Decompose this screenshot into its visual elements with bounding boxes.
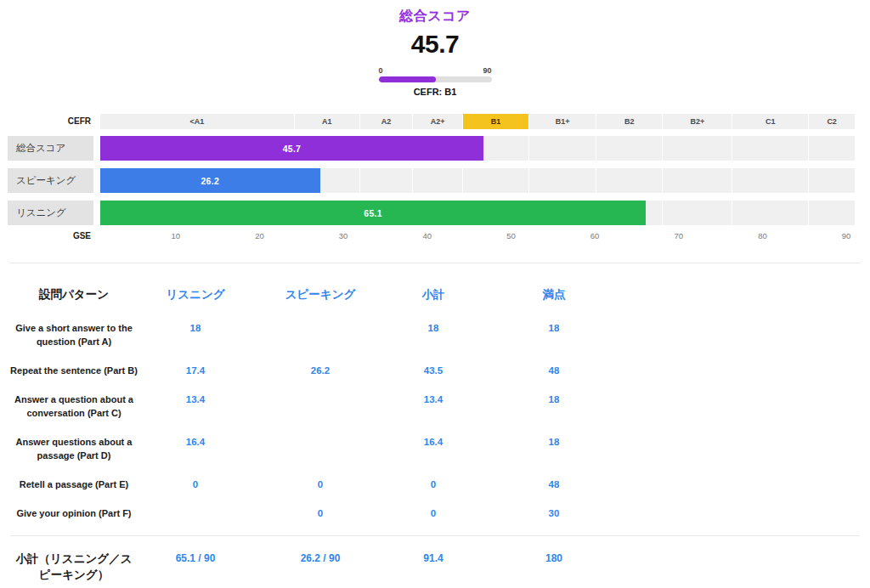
table-cell-max: 48: [466, 478, 642, 491]
table-row-label: Give a short answer to the question (Par…: [10, 321, 151, 348]
table-row-label: Repeat the sentence (Part B): [10, 364, 151, 377]
table-cell-listening: 0: [151, 478, 240, 491]
table-cell-speaking: 26.2: [240, 364, 401, 377]
table-footer-subtotal: 91.4: [401, 551, 466, 567]
score-bar-value: 45.7: [283, 144, 302, 154]
meter-fill: [379, 76, 437, 82]
gse-tick-90: 90: [842, 230, 851, 241]
table-cell-max: 18: [466, 321, 642, 335]
cefr-band-C1: [732, 168, 808, 193]
cefr-band-C1: C1: [732, 114, 808, 129]
table-header-3: 小計: [401, 287, 466, 302]
gse-tick-10: 10: [172, 230, 181, 241]
score-bar: 45.7: [100, 136, 483, 161]
score-row-track: 45.7: [100, 136, 855, 161]
cefr-band-B1plus: [529, 168, 596, 193]
cefr-band-B2: [596, 168, 662, 193]
table-cell-listening: 13.4: [151, 393, 240, 406]
cefr-band-B1plus: B1+: [529, 114, 596, 129]
cefr-band-B1: B1: [463, 114, 528, 129]
table-cell-listening: 18: [151, 321, 240, 335]
score-row-track: 26.2: [100, 168, 855, 193]
overall-score-meter: 0 90: [379, 66, 492, 82]
overall-score-value: 45.7: [0, 30, 870, 59]
score-bar-value: 65.1: [364, 208, 382, 218]
gse-axis-row: GSE 102030405060708090: [8, 230, 855, 241]
score-row: スピーキング26.2: [8, 168, 855, 193]
cefr-band-B2plus: B2+: [663, 114, 732, 129]
cefr-band-B2plus: [663, 201, 732, 225]
meter-max-label: 90: [483, 66, 491, 75]
gse-tick-50: 50: [506, 230, 516, 241]
table-cell-subtotal: 13.4: [401, 393, 466, 406]
table-header-2: スピーキング: [240, 287, 401, 302]
cefr-band-C2: [809, 201, 855, 225]
table-cell-subtotal: 43.5: [401, 364, 466, 377]
meter-track: [379, 76, 492, 82]
table-row: Answer questions about a passage (Part D…: [10, 435, 860, 462]
table-cell-max: 48: [466, 364, 642, 377]
table-row-label: Retell a passage (Part E): [10, 478, 151, 491]
cefr-band-B1: [463, 168, 528, 193]
gse-tick-20: 20: [255, 230, 264, 241]
cefr-axis-label: CEFR: [8, 114, 93, 129]
gse-axis-label: GSE: [8, 230, 93, 241]
table-cell-subtotal: 18: [401, 321, 466, 335]
section-divider: [10, 263, 860, 263]
page-title: 総合スコア: [0, 8, 870, 25]
cefr-band-ltA1: <A1: [100, 114, 294, 129]
gse-tick-30: 30: [339, 230, 348, 241]
table-header-4: 満点: [466, 287, 642, 302]
cefr-band-C2: [809, 136, 855, 161]
score-row-track: 65.1: [100, 201, 855, 225]
score-row-label: リスニング: [8, 201, 93, 225]
table-footer-divider: [10, 535, 860, 536]
score-bar: 26.2: [100, 168, 320, 193]
meter-min-label: 0: [379, 66, 383, 75]
score-row-label: スピーキング: [8, 168, 93, 193]
table-row: Give your opinion (Part F)0030: [10, 506, 860, 520]
table-cell-subtotal: 0: [401, 506, 466, 520]
table-header-pattern: 設問パターン: [10, 287, 151, 302]
table-row: Answer a question about a conversation (…: [10, 393, 860, 420]
table-row-label: Give your opinion (Part F): [10, 506, 151, 520]
table-footer-speaking: 26.2 / 90: [240, 551, 401, 567]
gse-tick-60: 60: [590, 230, 600, 241]
gse-axis-track: 102030405060708090: [100, 230, 855, 241]
table-footer-max: 180: [466, 551, 642, 567]
cefr-band-B2plus: [663, 168, 732, 193]
score-row: 総合スコア45.7: [8, 136, 855, 161]
table-cell-max: 18: [466, 435, 642, 449]
cefr-band-B2: B2: [596, 114, 662, 129]
cefr-band-C2: C2: [809, 114, 855, 129]
gse-chart: CEFR <A1A1A2A2+B1B1+B2B2+C1C2 総合スコア45.7ス…: [8, 114, 855, 241]
score-row-label: 総合スコア: [8, 136, 93, 161]
gse-tick-40: 40: [423, 230, 432, 241]
part-score-table: 設問パターンリスニングスピーキング小計満点 Give a short answe…: [10, 287, 860, 583]
table-cell-listening: 16.4: [151, 435, 240, 449]
table-footer-row: 小計（リスニング／スピーキング）65.1 / 9026.2 / 9091.418…: [10, 551, 860, 583]
table-cell-listening: 17.4: [151, 364, 240, 377]
table-cell-max: 18: [466, 393, 642, 406]
table-cell-speaking: 0: [240, 506, 401, 520]
cefr-band-B2: [596, 136, 662, 161]
score-bar-value: 26.2: [201, 176, 219, 186]
table-row: Give a short answer to the question (Par…: [10, 321, 860, 348]
cefr-band-A2plus: A2+: [413, 114, 462, 129]
table-cell-subtotal: 0: [401, 478, 466, 491]
table-row-label: Answer a question about a conversation (…: [10, 393, 151, 420]
cefr-band-row: CEFR <A1A1A2A2+B1B1+B2B2+C1C2: [8, 114, 855, 129]
table-footer-listening: 65.1 / 90: [151, 551, 240, 567]
table-row: Retell a passage (Part E)00048: [10, 478, 860, 491]
cefr-level-label: CEFR: B1: [0, 87, 870, 97]
cefr-band-A2: A2: [360, 114, 413, 129]
score-bar: 65.1: [100, 201, 646, 225]
cefr-band-C1: [732, 201, 808, 225]
table-header-row: 設問パターンリスニングスピーキング小計満点: [10, 287, 860, 302]
score-row: リスニング65.1: [8, 201, 855, 225]
table-header-1: リスニング: [151, 287, 240, 302]
gse-tick-80: 80: [758, 230, 767, 241]
cefr-band-C1: [732, 136, 808, 161]
table-row: Repeat the sentence (Part B)17.426.243.5…: [10, 364, 860, 377]
score-summary: 総合スコア 45.7 0 90 CEFR: B1: [0, 0, 870, 97]
